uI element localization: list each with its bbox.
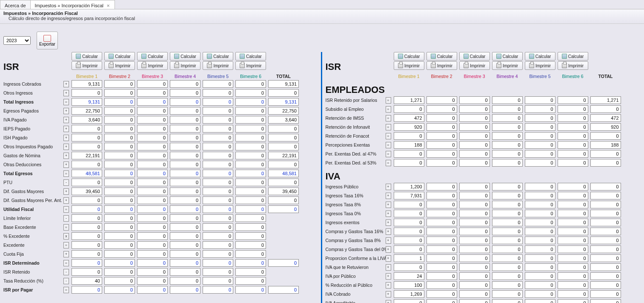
isr-cell-7-1[interactable]: 0 bbox=[104, 143, 135, 150]
iva-cell-13-5[interactable]: 0 bbox=[558, 299, 588, 303]
isr-cell-9-3[interactable]: 0 bbox=[170, 161, 200, 168]
iva-cell-2-1[interactable]: 0 bbox=[426, 201, 457, 208]
isr-cell-16-1[interactable]: 0 bbox=[104, 223, 135, 231]
isr-cell-0-3[interactable]: 0 bbox=[170, 80, 200, 88]
emp-cell-7-3[interactable]: 0 bbox=[492, 159, 523, 167]
iva-cell-5-2[interactable]: 0 bbox=[459, 228, 490, 235]
isr-cell-23-2[interactable]: 0 bbox=[137, 286, 168, 294]
emp-cell-4-0[interactable]: 0 bbox=[394, 132, 424, 140]
iva-cell-11-5[interactable]: 0 bbox=[558, 281, 588, 289]
isr-cell-20-1[interactable]: 0 bbox=[104, 259, 135, 267]
isr-cell-6-1[interactable]: 0 bbox=[104, 134, 135, 141]
isr-cell-23-3[interactable]: 0 bbox=[170, 286, 200, 294]
isr-cell-8-1[interactable]: 0 bbox=[104, 152, 135, 159]
emp-cell-4-5[interactable]: 0 bbox=[558, 132, 588, 140]
isr-cell-20-3[interactable]: 0 bbox=[170, 259, 200, 267]
isr-cell-14-5[interactable]: 0 bbox=[235, 205, 266, 213]
isr-cell-13-2[interactable]: 0 bbox=[137, 196, 168, 204]
iva-cell-7-3[interactable]: 0 bbox=[492, 245, 523, 253]
isr-cell-2-3[interactable]: 0 bbox=[170, 98, 200, 106]
isr-cell-7-5[interactable]: 0 bbox=[235, 143, 266, 150]
isr-cell-6-3[interactable]: 0 bbox=[170, 134, 200, 141]
right-calc-bim4[interactable]: Calcular bbox=[492, 52, 523, 61]
isr-cell-19-4[interactable]: 0 bbox=[203, 250, 233, 258]
emp-cell-6-1[interactable]: 0 bbox=[426, 150, 457, 158]
isr-cell-8-3[interactable]: 0 bbox=[170, 152, 200, 159]
emp-cell-0-1[interactable]: 0 bbox=[426, 96, 457, 104]
iva-cell-4-2[interactable]: 0 bbox=[459, 219, 490, 226]
right-calc-bim1[interactable]: Calcular bbox=[394, 52, 424, 61]
left-calc-bim2[interactable]: Calcular bbox=[104, 52, 135, 61]
iva-cell-11-2[interactable]: 0 bbox=[459, 281, 490, 289]
emp-cell-7-5[interactable]: 0 bbox=[558, 159, 588, 167]
iva-cell-4-3[interactable]: 0 bbox=[492, 219, 523, 226]
right-calc-bim5[interactable]: Calcular bbox=[525, 52, 555, 61]
isr-cell-16-3[interactable]: 0 bbox=[170, 223, 200, 231]
iva-cell-0-0[interactable]: 1,200 bbox=[394, 183, 424, 190]
iva-cell-2-0[interactable]: 0 bbox=[394, 201, 424, 208]
iva-cell-6-4[interactable]: 0 bbox=[525, 237, 555, 244]
isr-cell-22-4[interactable]: 0 bbox=[203, 277, 233, 285]
emp-cell-1-2[interactable]: 0 bbox=[459, 105, 490, 113]
left-calc-bim6[interactable]: Calcular bbox=[235, 52, 266, 61]
isr-cell-1-5[interactable]: 0 bbox=[235, 89, 266, 97]
isr-cell-3-0[interactable]: 22,750 bbox=[72, 107, 102, 115]
isr-cell-22-1[interactable]: 0 bbox=[104, 277, 135, 285]
isr-cell-20-5[interactable]: 0 bbox=[235, 259, 266, 267]
emp-cell-0-4[interactable]: 0 bbox=[525, 96, 555, 104]
iva-cell-1-4[interactable]: 0 bbox=[525, 192, 555, 199]
iva-cell-8-0[interactable]: 1 bbox=[394, 254, 424, 262]
isr-cell-13-4[interactable]: 0 bbox=[203, 196, 233, 204]
isr-cell-12-4[interactable]: 0 bbox=[203, 188, 233, 195]
iva-cell-1-0[interactable]: 7,931 bbox=[394, 192, 424, 199]
iva-cell-7-5[interactable]: 0 bbox=[558, 245, 588, 253]
isr-cell-9-2[interactable]: 0 bbox=[137, 161, 168, 168]
isr-cell-16-4[interactable]: 0 bbox=[203, 223, 233, 231]
iva-cell-5-4[interactable]: 0 bbox=[525, 228, 555, 235]
emp-cell-2-0[interactable]: 472 bbox=[394, 114, 424, 122]
iva-cell-6-2[interactable]: 0 bbox=[459, 237, 490, 244]
isr-cell-19-2[interactable]: 0 bbox=[137, 250, 168, 258]
isr-cell-0-1[interactable]: 0 bbox=[104, 80, 135, 88]
emp-cell-6-2[interactable]: 0 bbox=[459, 150, 490, 158]
isr-cell-7-3[interactable]: 0 bbox=[170, 143, 200, 150]
tab-acerca[interactable]: Acerca de bbox=[0, 0, 31, 9]
iva-cell-8-2[interactable]: 0 bbox=[459, 254, 490, 262]
isr-cell-0-4[interactable]: 0 bbox=[203, 80, 233, 88]
close-icon[interactable]: × bbox=[106, 3, 110, 8]
emp-cell-1-5[interactable]: 0 bbox=[558, 105, 588, 113]
iva-cell-2-2[interactable]: 0 bbox=[459, 201, 490, 208]
iva-cell-5-0[interactable]: 0 bbox=[394, 228, 424, 235]
emp-cell-0-3[interactable]: 0 bbox=[492, 96, 523, 104]
right-print-bim4[interactable]: Imprimir bbox=[492, 61, 523, 70]
isr-cell-22-5[interactable]: 0 bbox=[235, 277, 266, 285]
isr-cell-8-4[interactable]: 0 bbox=[203, 152, 233, 159]
left-calc-bim1[interactable]: Calcular bbox=[72, 52, 102, 61]
left-calc-bim4[interactable]: Calcular bbox=[170, 52, 200, 61]
emp-cell-4-2[interactable]: 0 bbox=[459, 132, 490, 140]
emp-cell-5-3[interactable]: 0 bbox=[492, 141, 523, 149]
iva-cell-9-1[interactable]: 0 bbox=[426, 263, 457, 271]
emp-cell-0-2[interactable]: 0 bbox=[459, 96, 490, 104]
emp-cell-3-3[interactable]: 0 bbox=[492, 123, 523, 131]
iva-cell-5-1[interactable]: 0 bbox=[426, 228, 457, 235]
isr-cell-14-4[interactable]: 0 bbox=[203, 205, 233, 213]
iva-cell-6-3[interactable]: 0 bbox=[492, 237, 523, 244]
emp-cell-5-4[interactable]: 0 bbox=[525, 141, 555, 149]
isr-cell-15-4[interactable]: 0 bbox=[203, 214, 233, 222]
isr-cell-5-4[interactable]: 0 bbox=[203, 125, 233, 133]
isr-cell-23-4[interactable]: 0 bbox=[203, 286, 233, 294]
left-print-bim2[interactable]: Imprimir bbox=[104, 61, 135, 70]
year-select[interactable]: 2023 bbox=[3, 36, 31, 45]
iva-cell-1-5[interactable]: 0 bbox=[558, 192, 588, 199]
isr-cell-16-5[interactable]: 0 bbox=[235, 223, 266, 231]
isr-cell-14-3[interactable]: 0 bbox=[170, 205, 200, 213]
isr-cell-19-3[interactable]: 0 bbox=[170, 250, 200, 258]
iva-cell-1-3[interactable]: 0 bbox=[492, 192, 523, 199]
isr-cell-4-0[interactable]: 3,640 bbox=[72, 116, 102, 124]
emp-cell-3-1[interactable]: 0 bbox=[426, 123, 457, 131]
emp-cell-5-0[interactable]: 188 bbox=[394, 141, 424, 149]
iva-cell-7-4[interactable]: 0 bbox=[525, 245, 555, 253]
isr-cell-18-3[interactable]: 0 bbox=[170, 241, 200, 249]
iva-cell-7-2[interactable]: 0 bbox=[459, 245, 490, 253]
